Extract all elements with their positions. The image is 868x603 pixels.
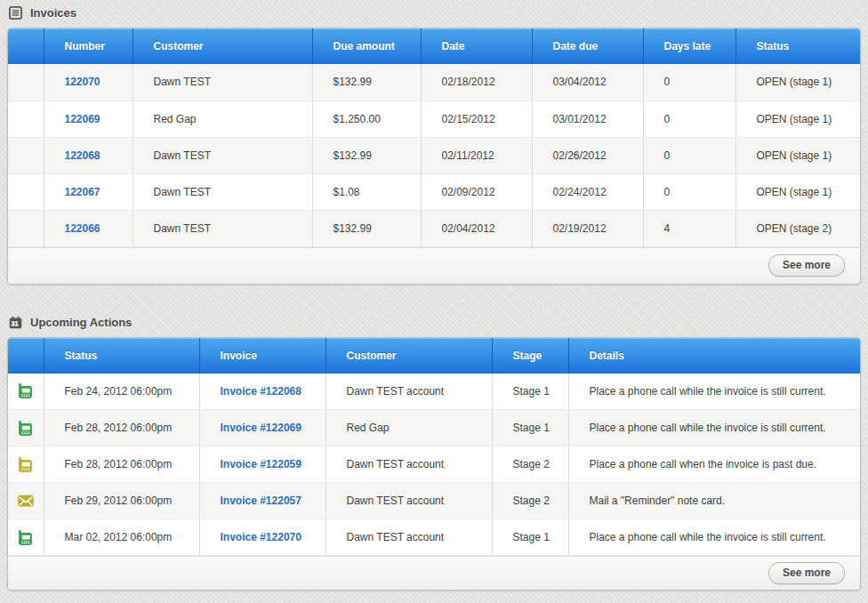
status-cell: OPEN (stage 1) [735,64,860,100]
action-stage-cell: Stage 1 [492,374,568,410]
customer-cell: Dawn TEST [133,173,312,210]
col-header-date: Date [421,28,532,64]
due-amount-cell: $132.99 [312,210,421,246]
date-due-cell: 02/24/2012 [532,173,643,210]
status-cell: OPEN (stage 2) [735,210,860,246]
section-title-label: Upcoming Actions [30,316,132,329]
phone-icon [17,529,34,546]
customer-cell: Dawn TEST [133,210,312,246]
invoice-row: 122069 Red Gap $1,250.00 02/15/2012 03/0… [8,100,860,137]
action-stage-cell: Stage 1 [492,519,568,556]
date-due-cell: 03/04/2012 [532,64,643,100]
invoice-row: 122070 Dawn TEST $132.99 02/18/2012 03/0… [8,64,860,100]
invoice-number-link[interactable]: 122067 [65,186,100,198]
action-customer-cell: Dawn TEST account [326,374,492,410]
days-late-cell: 4 [643,210,735,246]
col-header-number: Number [44,28,133,64]
action-status-cell: Feb 24, 2012 06:00pm [44,374,199,410]
action-type-icon [17,382,34,399]
action-details-cell: Place a phone call while the invoice is … [568,519,860,556]
invoices-see-more-button[interactable]: See more [768,254,845,277]
customer-cell: Red Gap [133,100,312,137]
calendar-icon: 31 [9,316,22,329]
invoice-number-link[interactable]: 122070 [65,76,100,88]
header-spacer [8,338,44,374]
col-header-stage: Stage [492,338,568,374]
due-amount-cell: $1.08 [312,173,421,210]
action-stage-cell: Stage 2 [492,483,568,519]
col-header-status: Status [735,28,860,64]
col-header-status: Status [44,338,199,374]
action-details-cell: Place a phone call while the invoice is … [568,374,860,410]
customer-cell: Dawn TEST [133,64,312,100]
action-invoice-link[interactable]: Invoice #122068 [221,385,301,398]
invoices-section-title: Invoices [7,0,861,28]
date-cell: 02/11/2012 [421,137,532,173]
due-amount-cell: $132.99 [312,137,421,173]
invoice-number-link[interactable]: 122066 [65,222,100,235]
action-details-cell: Place a phone call while the invoice is … [568,410,860,446]
actions-panel: Status Invoice Customer Stage Details Fe [7,337,861,591]
col-header-invoice: Invoice [199,338,326,374]
actions-header-row: Status Invoice Customer Stage Details [8,338,860,374]
date-cell: 02/15/2012 [421,100,532,137]
action-details-cell: Place a phone call when the invoice is p… [568,446,860,483]
phone-icon [17,456,34,473]
invoice-row: 122068 Dawn TEST $132.99 02/11/2012 02/2… [8,137,860,173]
action-invoice-link[interactable]: Invoice #122070 [221,531,301,543]
due-amount-cell: $1,250.00 [312,100,421,137]
action-invoice-link[interactable]: Invoice #122069 [221,422,301,434]
action-stage-cell: Stage 2 [492,446,568,483]
action-row: Mar 02, 2012 06:00pm Invoice #122070 Daw… [8,519,860,556]
action-status-cell: Feb 28, 2012 06:00pm [44,410,199,446]
invoice-number-link[interactable]: 122068 [65,149,100,162]
col-header-details: Details [568,338,860,374]
action-status-cell: Mar 02, 2012 06:00pm [44,519,199,556]
action-row: Feb 29, 2012 06:00pm Invoice #122057 Daw… [8,483,860,519]
action-row: Feb 28, 2012 06:00pm Invoice #122069 Red… [8,410,860,446]
col-header-due-amount: Due amount [312,28,421,64]
phone-icon [17,420,34,437]
header-spacer [8,28,44,64]
actions-panel-footer: See more [8,556,860,590]
date-due-cell: 03/01/2012 [532,100,643,137]
list-icon [9,6,22,20]
date-due-cell: 02/26/2012 [532,137,643,173]
actions-section-title: 31 Upcoming Actions [7,310,861,337]
action-stage-cell: Stage 1 [492,410,568,446]
invoices-table: Number Customer Due amount Date Date due… [8,28,860,247]
customer-cell: Dawn TEST [133,137,312,173]
action-customer-cell: Red Gap [326,410,492,446]
days-late-cell: 0 [643,100,735,137]
days-late-cell: 0 [643,173,735,210]
action-customer-cell: Dawn TEST account [326,519,492,556]
date-cell: 02/18/2012 [421,64,532,100]
section-title-label: Invoices [30,6,76,20]
action-customer-cell: Dawn TEST account [326,446,492,483]
action-type-icon [17,529,34,546]
action-row: Feb 24, 2012 06:00pm Invoice #122068 Daw… [8,374,860,410]
action-status-cell: Feb 28, 2012 06:00pm [44,446,199,483]
actions-table: Status Invoice Customer Stage Details Fe [8,338,860,557]
actions-see-more-button[interactable]: See more [768,562,845,584]
action-type-icon [17,492,35,510]
phone-icon [17,382,34,399]
dashboard-page: Invoices Number Customer Due amount Date… [0,0,868,591]
col-header-date-due: Date due [532,28,643,64]
action-invoice-link[interactable]: Invoice #122057 [221,494,301,507]
action-invoice-link[interactable]: Invoice #122059 [221,458,301,470]
invoice-number-link[interactable]: 122069 [65,113,100,125]
action-row: Feb 28, 2012 06:00pm Invoice #122059 Daw… [8,446,860,483]
col-header-customer: Customer [133,28,312,64]
mail-icon [17,492,35,510]
invoices-header-row: Number Customer Due amount Date Date due… [8,28,860,64]
date-cell: 02/04/2012 [421,210,532,246]
status-cell: OPEN (stage 1) [735,137,860,173]
action-customer-cell: Dawn TEST account [326,483,492,519]
date-cell: 02/09/2012 [421,173,532,210]
date-due-cell: 02/19/2012 [532,210,643,246]
days-late-cell: 0 [643,64,735,100]
action-type-icon [17,456,34,473]
invoices-panel: Number Customer Due amount Date Date due… [7,28,861,285]
invoice-row: 122066 Dawn TEST $132.99 02/04/2012 02/1… [8,210,860,246]
